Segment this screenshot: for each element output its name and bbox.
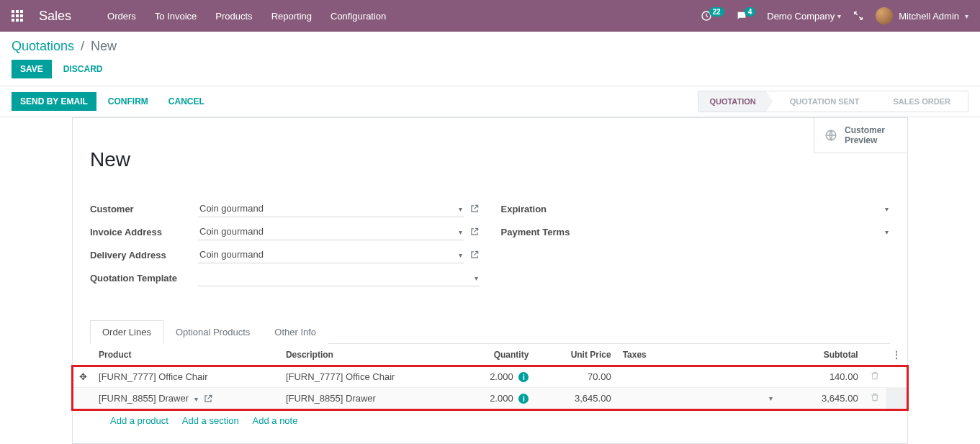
- breadcrumb-sep: /: [81, 39, 84, 53]
- fullscreen-icon[interactable]: [853, 10, 864, 22]
- sheet-inner: New Customer ▾ Invoice: [73, 118, 907, 443]
- customer-input[interactable]: [198, 200, 464, 217]
- cell-quantity[interactable]: 2.000 i: [452, 366, 534, 388]
- cell-product[interactable]: [FURN_7777] Office Chair: [93, 366, 280, 388]
- svg-rect-0: [12, 10, 14, 13]
- delivery-address-field[interactable]: ▾: [198, 246, 464, 263]
- trash-icon[interactable]: [870, 371, 880, 381]
- status-sales-order[interactable]: SALES ORDER: [876, 91, 968, 112]
- col-trash: [864, 344, 886, 366]
- table-row[interactable]: ✥ [FURN_7777] Office Chair [FURN_7777] O…: [73, 366, 907, 388]
- svg-rect-1: [16, 10, 19, 13]
- cell-unit-price[interactable]: 3,645.00: [534, 388, 616, 409]
- col-subtotal: Subtotal: [781, 344, 863, 366]
- table-row[interactable]: [FURN_8855] Drawer ▾ [FURN_8855] Drawer …: [73, 388, 907, 409]
- save-button[interactable]: SAVE: [12, 60, 52, 78]
- record-buttons: SAVE DISCARD: [0, 60, 980, 86]
- svg-rect-7: [16, 19, 19, 22]
- order-lines-table: Product Description Quantity Unit Price …: [73, 344, 907, 409]
- external-link-icon[interactable]: [203, 394, 213, 404]
- col-handle: [73, 344, 93, 366]
- customer-field[interactable]: ▾: [198, 200, 464, 217]
- col-taxes: Taxes: [617, 344, 782, 366]
- status-quotation[interactable]: QUOTATION: [698, 91, 773, 112]
- label-delivery-address: Delivery Address: [90, 250, 198, 260]
- activities-button[interactable]: 22: [701, 10, 724, 22]
- kebab-icon[interactable]: ⋮: [892, 350, 901, 360]
- external-link-icon[interactable]: [469, 250, 480, 260]
- app-brand[interactable]: Sales: [39, 9, 71, 24]
- activities-count: 22: [709, 7, 724, 17]
- label-expiration: Expiration: [501, 204, 609, 214]
- svg-rect-3: [12, 14, 14, 17]
- page-title: New: [90, 148, 890, 171]
- company-switcher[interactable]: Demo Company ▾: [767, 11, 841, 22]
- tab-other-info[interactable]: Other Info: [262, 320, 328, 344]
- confirm-button[interactable]: CONFIRM: [99, 92, 157, 111]
- menu-reporting[interactable]: Reporting: [271, 11, 312, 22]
- label-payment-terms: Payment Terms: [501, 227, 609, 237]
- add-note-link[interactable]: Add a note: [253, 415, 298, 426]
- cell-unit-price[interactable]: 70.00: [534, 366, 616, 388]
- row-delivery-address: Delivery Address ▾: [90, 246, 480, 263]
- statusbar-buttons: SEND BY EMAIL CONFIRM CANCEL: [12, 92, 213, 111]
- customer-preview-label: Customer Preview: [845, 125, 885, 145]
- svg-rect-6: [12, 19, 14, 22]
- menu-orders[interactable]: Orders: [107, 11, 136, 22]
- customer-preview-button[interactable]: Customer Preview: [814, 118, 907, 153]
- trash-icon[interactable]: [870, 392, 880, 402]
- row-customer: Customer ▾: [90, 200, 480, 217]
- status-quotation-sent[interactable]: QUOTATION SENT: [773, 91, 877, 112]
- cell-description[interactable]: [FURN_7777] Office Chair: [280, 366, 452, 388]
- quotation-template-field[interactable]: ▾: [198, 269, 480, 286]
- row-quotation-template: Quotation Template ▾: [90, 269, 480, 286]
- payment-terms-field[interactable]: ▾: [609, 223, 891, 240]
- sheet-wrap: Customer Preview New Customer ▾: [0, 117, 980, 444]
- systray: 22 4 Demo Company ▾ Mitchell Admin ▾: [701, 7, 968, 24]
- chevron-down-icon[interactable]: ▾: [769, 394, 773, 402]
- menu-products[interactable]: Products: [215, 11, 252, 22]
- add-product-link[interactable]: Add a product: [110, 415, 168, 426]
- cell-subtotal: 140.00: [781, 366, 863, 388]
- send-by-email-button[interactable]: SEND BY EMAIL: [12, 92, 96, 111]
- info-icon[interactable]: i: [518, 394, 529, 404]
- quotation-template-input[interactable]: [198, 269, 480, 286]
- messages-button[interactable]: 4: [736, 10, 756, 22]
- drag-handle-icon[interactable]: ✥: [73, 366, 93, 388]
- delivery-address-input[interactable]: [198, 246, 464, 263]
- external-link-icon[interactable]: [469, 204, 480, 214]
- chevron-down-icon[interactable]: ▾: [194, 395, 198, 403]
- cell-product[interactable]: [FURN_8855] Drawer ▾: [93, 388, 280, 409]
- user-menu[interactable]: Mitchell Admin ▾: [876, 7, 968, 24]
- drag-handle-icon[interactable]: [73, 388, 93, 409]
- cell-description[interactable]: [FURN_8855] Drawer: [280, 388, 452, 409]
- external-link-icon[interactable]: [469, 227, 480, 237]
- payment-terms-input[interactable]: [609, 223, 891, 240]
- invoice-address-field[interactable]: ▾: [198, 223, 464, 240]
- expiration-input[interactable]: [609, 200, 891, 217]
- cell-taxes[interactable]: [617, 366, 782, 388]
- avatar: [876, 7, 893, 24]
- cancel-button[interactable]: CANCEL: [160, 92, 213, 111]
- col-product: Product: [93, 344, 280, 366]
- apps-icon[interactable]: [12, 10, 23, 22]
- form-col-left: Customer ▾ Invoice Address: [90, 200, 480, 292]
- cell-quantity[interactable]: 2.000 i: [452, 388, 534, 409]
- add-section-link[interactable]: Add a section: [182, 415, 239, 426]
- info-icon[interactable]: i: [518, 372, 529, 382]
- cell-taxes[interactable]: ▾: [617, 388, 782, 409]
- form-col-right: Expiration ▾ Payment Terms: [501, 200, 891, 292]
- cell-subtotal: 3,645.00: [781, 388, 863, 409]
- breadcrumb-root[interactable]: Quotations: [12, 39, 74, 53]
- invoice-address-input[interactable]: [198, 223, 464, 240]
- discard-button[interactable]: DISCARD: [55, 60, 112, 78]
- tab-optional-products[interactable]: Optional Products: [163, 320, 262, 344]
- expiration-field[interactable]: ▾: [609, 200, 891, 217]
- menu-to-invoice[interactable]: To Invoice: [155, 11, 197, 22]
- row-expiration: Expiration ▾: [501, 200, 891, 217]
- menu-configuration[interactable]: Configuration: [331, 11, 386, 22]
- user-name: Mitchell Admin: [899, 11, 959, 22]
- tab-order-lines[interactable]: Order Lines: [90, 320, 163, 344]
- caret-down-icon: ▾: [965, 12, 968, 20]
- messages-count: 4: [745, 7, 756, 17]
